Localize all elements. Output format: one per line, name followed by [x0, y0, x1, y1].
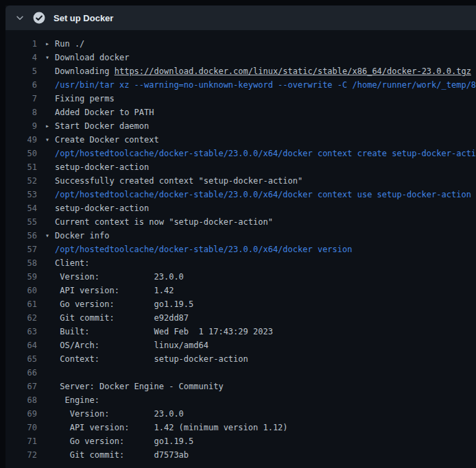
line-number[interactable]: 56 [5, 229, 37, 243]
log-line: 6/usr/bin/tar xz --warning=no-unknown-ke… [5, 78, 476, 92]
line-number[interactable]: 70 [5, 421, 37, 434]
log-line[interactable]: 4▾Download docker [5, 51, 476, 64]
chevron-down-icon[interactable]: ▾ [45, 51, 55, 64]
log-line: 66 [5, 366, 476, 380]
log-line: 72 Git commit: d7573ab [5, 448, 476, 462]
log-text: Download docker [55, 51, 129, 64]
line-number[interactable]: 59 [5, 270, 37, 284]
log-line[interactable]: 49▾Create Docker context [5, 133, 476, 147]
log-text: Downloading [55, 64, 115, 78]
log-lines: 1▸Run ./4▾Download docker5Downloading ht… [5, 30, 476, 462]
log-text: Go version: go1.19.5 [55, 434, 193, 448]
line-number[interactable]: 69 [5, 407, 37, 421]
line-number[interactable]: 68 [5, 393, 37, 407]
log-text: API version: 1.42 (minimum version 1.12) [55, 421, 288, 434]
line-number[interactable]: 50 [5, 147, 37, 160]
chevron-down-icon[interactable]: ▾ [45, 229, 55, 243]
line-number[interactable]: 1 [5, 37, 37, 51]
log-text: Built: Wed Feb 1 17:43:29 2023 [55, 325, 273, 338]
log-line: 8Added Docker to PATH [5, 106, 476, 119]
actions-log-panel: Set up Docker 1▸Run ./4▾Download docker5… [5, 5, 476, 468]
log-text: Engine: [55, 393, 99, 407]
line-number[interactable]: 4 [5, 51, 37, 64]
log-text: Git commit: e92dd87 [55, 311, 189, 325]
line-number[interactable]: 67 [5, 380, 37, 393]
line-number[interactable]: 7 [5, 92, 37, 106]
log-line: 57/opt/hostedtoolcache/docker-stable/23.… [5, 243, 476, 256]
log-line: 59 Version: 23.0.0 [5, 270, 476, 284]
log-text: Added Docker to PATH [55, 106, 154, 119]
log-text: Go version: go1.19.5 [55, 297, 193, 311]
log-text: Server: Docker Engine - Community [55, 380, 224, 393]
line-number[interactable]: 72 [5, 448, 37, 462]
line-number[interactable]: 64 [5, 338, 37, 352]
line-number[interactable]: 58 [5, 256, 37, 270]
log-text: API version: 1.42 [55, 284, 174, 297]
line-number[interactable]: 51 [5, 160, 37, 174]
line-number[interactable]: 49 [5, 133, 37, 147]
log-line: 71 Go version: go1.19.5 [5, 434, 476, 448]
log-line: 61 Go version: go1.19.5 [5, 297, 476, 311]
chevron-down-icon[interactable]: ▾ [45, 133, 55, 147]
log-line: 54setup-docker-action [5, 201, 476, 215]
line-number[interactable]: 6 [5, 78, 37, 92]
chevron-right-icon[interactable]: ▸ [45, 119, 55, 133]
line-number[interactable]: 8 [5, 106, 37, 119]
log-line: 63 Built: Wed Feb 1 17:43:29 2023 [5, 325, 476, 338]
log-link[interactable]: https://download.docker.com/linux/static… [115, 64, 471, 78]
log-command-text: /opt/hostedtoolcache/docker-stable/23.0.… [55, 243, 352, 256]
log-text: Context: setup-docker-action [55, 352, 248, 366]
line-number[interactable]: 63 [5, 325, 37, 338]
log-text: Git commit: d7573ab [55, 448, 189, 462]
line-number[interactable]: 5 [5, 64, 37, 78]
log-text: Version: 23.0.0 [55, 407, 184, 421]
log-line: 68 Engine: [5, 393, 476, 407]
line-number[interactable]: 65 [5, 352, 37, 366]
log-line: 60 API version: 1.42 [5, 284, 476, 297]
line-number[interactable]: 54 [5, 201, 37, 215]
log-line: 67 Server: Docker Engine - Community [5, 380, 476, 393]
log-command-text: /usr/bin/tar xz --warning=no-unknown-key… [55, 78, 476, 92]
line-number[interactable]: 53 [5, 188, 37, 201]
line-number[interactable]: 52 [5, 174, 37, 188]
line-number[interactable]: 61 [5, 297, 37, 311]
log-text: Run ./ [55, 37, 84, 51]
log-line[interactable]: 1▸Run ./ [5, 37, 476, 51]
log-line: 70 API version: 1.42 (minimum version 1.… [5, 421, 476, 434]
log-line: 65 Context: setup-docker-action [5, 352, 476, 366]
line-number[interactable]: 57 [5, 243, 37, 256]
log-line: 62 Git commit: e92dd87 [5, 311, 476, 325]
log-text: Current context is now "setup-docker-act… [55, 215, 273, 229]
log-line: 58Client: [5, 256, 476, 270]
line-number[interactable]: 55 [5, 215, 37, 229]
chevron-down-icon[interactable] [15, 13, 25, 23]
log-text: Version: 23.0.0 [55, 270, 184, 284]
log-line: 7Fixing perms [5, 92, 476, 106]
log-text: setup-docker-action [55, 201, 149, 215]
log-line: 64 OS/Arch: linux/amd64 [5, 338, 476, 352]
log-command-text: /opt/hostedtoolcache/docker-stable/23.0.… [55, 188, 471, 201]
success-check-icon [33, 12, 45, 24]
log-text: Docker info [55, 229, 109, 243]
line-number[interactable]: 60 [5, 284, 37, 297]
log-line[interactable]: 9▸Start Docker daemon [5, 119, 476, 133]
line-number[interactable]: 9 [5, 119, 37, 133]
chevron-right-icon[interactable]: ▸ [45, 37, 55, 51]
log-text: Client: [55, 256, 90, 270]
line-number[interactable]: 66 [5, 366, 37, 380]
log-line: 69 Version: 23.0.0 [5, 407, 476, 421]
log-text: OS/Arch: linux/amd64 [55, 338, 209, 352]
log-line: 50/opt/hostedtoolcache/docker-stable/23.… [5, 147, 476, 160]
log-command-text: /opt/hostedtoolcache/docker-stable/23.0.… [55, 147, 476, 160]
log-text: setup-docker-action [55, 160, 149, 174]
log-line: 52Successfully created context "setup-do… [5, 174, 476, 188]
log-text: Start Docker daemon [55, 119, 149, 133]
log-line: 53/opt/hostedtoolcache/docker-stable/23.… [5, 188, 476, 201]
log-line: 55Current context is now "setup-docker-a… [5, 215, 476, 229]
step-header[interactable]: Set up Docker [5, 5, 476, 30]
step-title: Set up Docker [53, 13, 113, 23]
line-number[interactable]: 62 [5, 311, 37, 325]
log-line[interactable]: 56▾Docker info [5, 229, 476, 243]
line-number[interactable]: 71 [5, 434, 37, 448]
log-text: Fixing perms [55, 92, 115, 106]
